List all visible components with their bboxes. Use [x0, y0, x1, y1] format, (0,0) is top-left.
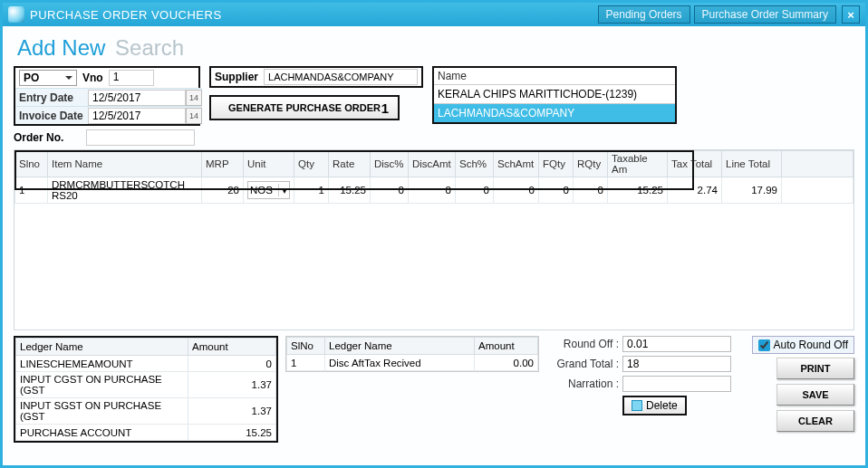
cell-schamt[interactable]: 0: [494, 177, 539, 204]
roundoff-label: Round Off :: [548, 338, 622, 350]
po-type-select[interactable]: PO: [19, 70, 77, 86]
col-mrp[interactable]: MRP: [202, 151, 244, 177]
adj-row[interactable]: 1 Disc AftTax Recived 0.00: [287, 355, 538, 371]
auto-round-off-toggle[interactable]: Auto Round Off: [752, 336, 855, 354]
col-linetotal[interactable]: Line Total: [722, 151, 782, 177]
auto-round-off-label: Auto Round Off: [774, 339, 849, 351]
po-type-value: PO: [24, 72, 39, 84]
col-rqty[interactable]: RQty: [574, 151, 608, 177]
line-items-grid: Slno Item Name MRP Unit Qty Rate Disc% D…: [14, 149, 854, 330]
narration-label: Narration :: [548, 377, 622, 390]
ledger-row[interactable]: LINESCHEMEAMOUNT0: [16, 356, 276, 372]
adj-col-name: Ledger Name: [325, 338, 475, 355]
ledger-row[interactable]: INPUT SGST ON PURCHASE (GST1.37: [16, 398, 276, 425]
cell-rqty[interactable]: 0: [574, 177, 608, 204]
cell-linetotal[interactable]: 17.99: [722, 177, 782, 204]
totals-panel: Round Off : 0.01 Grand Total : 18 Narrat…: [548, 336, 731, 419]
mode-tabs: Add New Search: [17, 35, 854, 61]
ledger-row[interactable]: PURCHASE ACCOUNT15.25: [16, 425, 276, 441]
cell-slno[interactable]: 1: [15, 177, 48, 204]
lookup-header: Name: [434, 68, 675, 84]
adj-col-slno: SlNo: [287, 338, 325, 355]
lookup-item-selected[interactable]: LACHMANDAS&COMPANY: [434, 103, 675, 122]
invoice-date-input[interactable]: 12/5/2017: [88, 108, 186, 124]
supplier-input[interactable]: LACHMANDAS&COMPANY: [264, 69, 418, 85]
invoice-date-label: Invoice Date: [15, 110, 88, 122]
col-schp[interactable]: Sch%: [456, 151, 494, 177]
cell-fqty[interactable]: 0: [539, 177, 574, 204]
supplier-box: Supplier LACHMANDAS&COMPANY: [209, 66, 423, 88]
titlebar: PURCHASE ORDER VOUCHERS Pending Orders P…: [3, 3, 865, 26]
clear-button[interactable]: CLEAR: [776, 410, 854, 432]
print-button[interactable]: PRINT: [776, 358, 854, 379]
delete-label: Delete: [646, 399, 678, 412]
col-discp[interactable]: Disc%: [371, 151, 409, 177]
delete-button[interactable]: Delete: [622, 396, 687, 415]
delete-icon: [632, 400, 642, 411]
cell-schp[interactable]: 0: [456, 177, 494, 204]
adj-col-amount: Amount: [475, 338, 538, 355]
grand-total-label: Grand Total :: [548, 358, 622, 370]
cell-rate[interactable]: 15.25: [329, 177, 371, 204]
col-discamt[interactable]: DiscAmt: [409, 151, 456, 177]
grand-total-value: 18: [622, 356, 731, 372]
auto-round-off-checkbox[interactable]: [758, 339, 770, 351]
po-summary-link[interactable]: Purchase Order Summary: [694, 5, 836, 24]
lookup-item[interactable]: KERALA CHIPS MARITTICHODE-(1239): [434, 84, 675, 103]
ledger-col-amount: Amount: [188, 339, 276, 356]
chevron-down-icon[interactable]: ▾: [278, 184, 287, 196]
tab-search[interactable]: Search: [115, 35, 184, 60]
pending-orders-link[interactable]: Pending Orders: [598, 5, 690, 24]
col-taxable[interactable]: Taxable Am: [608, 151, 668, 177]
app-icon: [8, 6, 24, 23]
ledger-row[interactable]: INPUT CGST ON PURCHASE (GST1.37: [16, 372, 276, 398]
ledger-table: Ledger Name Amount LINESCHEMEAMOUNT0 INP…: [14, 336, 278, 443]
window-title: PURCHASE ORDER VOUCHERS: [30, 8, 222, 22]
cell-unit[interactable]: NOS ▾: [244, 177, 294, 204]
col-qty[interactable]: Qty: [294, 151, 329, 177]
cell-item[interactable]: DRMCRMBUTTERSCOTCH RS20: [48, 177, 202, 204]
vno-label: Vno: [82, 72, 103, 84]
ledger-col-name: Ledger Name: [16, 339, 188, 356]
vno-input[interactable]: 1: [109, 70, 154, 86]
col-slno[interactable]: Slno: [15, 151, 48, 177]
entry-date-input[interactable]: 12/5/2017: [88, 90, 186, 106]
entry-date-label: Entry Date: [15, 91, 88, 104]
generate-po-button[interactable]: GENERATE PURCHASE ORDER 1: [209, 95, 400, 120]
cell-taxtotal[interactable]: 2.74: [668, 177, 722, 204]
order-no-label: Order No.: [14, 131, 82, 144]
save-button[interactable]: SAVE: [776, 384, 854, 406]
cell-discamt[interactable]: 0: [409, 177, 456, 204]
col-taxtotal[interactable]: Tax Total: [668, 151, 722, 177]
supplier-lookup-popup: Name KERALA CHIPS MARITTICHODE-(1239) LA…: [432, 66, 677, 124]
order-no-input[interactable]: [86, 129, 195, 146]
col-item[interactable]: Item Name: [48, 151, 202, 177]
supplier-label: Supplier: [215, 71, 258, 83]
col-schamt[interactable]: SchAmt: [494, 151, 539, 177]
tab-add-new[interactable]: Add New: [17, 35, 105, 60]
cell-discp[interactable]: 0: [371, 177, 409, 204]
col-rate[interactable]: Rate: [329, 151, 371, 177]
unit-value: NOS: [250, 185, 273, 196]
generate-po-marker: 1: [381, 100, 389, 116]
generate-po-label: GENERATE PURCHASE ORDER: [228, 102, 381, 113]
close-button[interactable]: ×: [842, 5, 860, 24]
adjustment-table: SlNo Ledger Name Amount 1 Disc AftTax Re…: [285, 336, 539, 372]
cell-mrp[interactable]: 20: [202, 177, 244, 204]
col-fqty[interactable]: FQty: [539, 151, 574, 177]
cell-qty[interactable]: 1: [294, 177, 329, 204]
table-row[interactable]: 1 DRMCRMBUTTERSCOTCH RS20 20 NOS ▾ 1 15.…: [15, 177, 854, 204]
col-unit[interactable]: Unit: [244, 151, 294, 177]
cell-taxable[interactable]: 15.25: [608, 177, 668, 204]
narration-input[interactable]: [622, 376, 731, 392]
roundoff-value[interactable]: 0.01: [622, 336, 731, 352]
